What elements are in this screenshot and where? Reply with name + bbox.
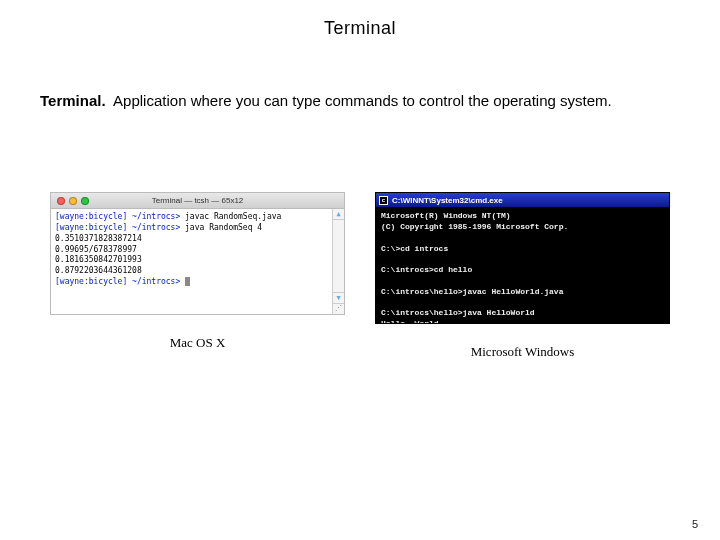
slide-body: Terminal Application where you can type … <box>0 39 720 360</box>
cmd-line: C:\introcs\hello>javac HelloWorld.java <box>381 287 563 296</box>
mac-output: 0.1816350842701993 <box>55 255 142 264</box>
windows-titlebar: c C:\WINNT\System32\cmd.exe <box>376 193 669 207</box>
cmd-line: (C) Copyright 1985-1996 Microsoft Corp. <box>381 222 568 231</box>
screenshot-row: Terminal — tcsh — 65x12 [wayne:bicycle] … <box>40 192 680 360</box>
cmd-line: C:\introcs\hello>java HelloWorld <box>381 308 535 317</box>
definition-text: Application where you can type commands … <box>113 92 612 109</box>
mac-prompt: [wayne:bicycle] ~/introcs> <box>55 212 180 221</box>
windows-cmd-body: Microsoft(R) Windows NT(TM) (C) Copyrigh… <box>376 207 669 323</box>
resize-grip-icon: ⋰ <box>333 303 344 314</box>
windows-cmd-window: c C:\WINNT\System32\cmd.exe Microsoft(R)… <box>375 192 670 324</box>
mac-cmd: javac RandomSeq.java <box>180 212 281 221</box>
mac-output: 0.99695/678378997 <box>55 245 137 254</box>
definition-term: Terminal <box>40 92 106 109</box>
mac-terminal-body: [wayne:bicycle] ~/introcs> javac RandomS… <box>51 209 344 314</box>
definition: Terminal Application where you can type … <box>40 89 680 112</box>
cmd-output: Hello, World <box>381 319 439 323</box>
mac-prompt: [wayne:bicycle] ~/introcs> <box>55 277 180 286</box>
cmd-icon: c <box>379 196 388 205</box>
mac-caption: Mac OS X <box>170 335 226 351</box>
scroll-up-icon: ▲ <box>333 209 344 220</box>
scrollbar: ▲ ▼ ⋰ <box>332 209 344 314</box>
scroll-down-icon: ▼ <box>333 292 344 303</box>
mac-output: 0.8792203644361208 <box>55 266 142 275</box>
cmd-line: C:\>cd introcs <box>381 244 448 253</box>
slide-title: Terminal <box>0 0 720 39</box>
windows-window-title: C:\WINNT\System32\cmd.exe <box>392 196 503 205</box>
cmd-line: C:\introcs>cd hello <box>381 265 472 274</box>
mac-output: 0.3510371828387214 <box>55 234 142 243</box>
mac-titlebar: Terminal — tcsh — 65x12 <box>51 193 344 209</box>
page-number: 5 <box>692 518 698 530</box>
mac-column: Terminal — tcsh — 65x12 [wayne:bicycle] … <box>50 192 345 360</box>
mac-window-title: Terminal — tcsh — 65x12 <box>51 196 344 205</box>
mac-terminal-window: Terminal — tcsh — 65x12 [wayne:bicycle] … <box>50 192 345 315</box>
windows-caption: Microsoft Windows <box>471 344 575 360</box>
cursor-icon <box>185 277 190 286</box>
mac-prompt: [wayne:bicycle] ~/introcs> <box>55 223 180 232</box>
cmd-line: Microsoft(R) Windows NT(TM) <box>381 211 511 220</box>
windows-column: c C:\WINNT\System32\cmd.exe Microsoft(R)… <box>375 192 670 360</box>
mac-cmd: java RandomSeq 4 <box>180 223 262 232</box>
